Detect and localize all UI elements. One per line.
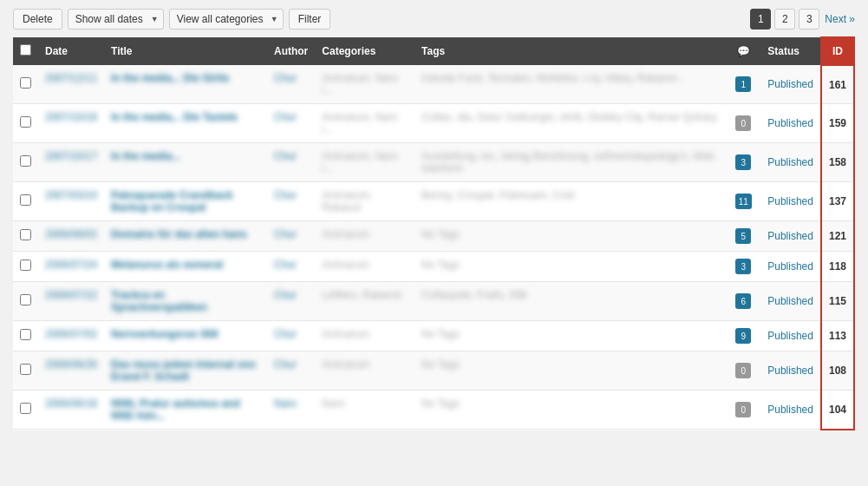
dates-select[interactable]: Show all dates xyxy=(68,9,164,30)
title-link[interactable]: Das muss jedem Internat von Erand F. Sch… xyxy=(111,358,256,383)
author-link[interactable]: Chur xyxy=(274,328,297,340)
author-link[interactable]: Chur xyxy=(274,72,297,84)
row-categories: Animarum xyxy=(315,321,414,351)
row-status: Published xyxy=(760,104,821,143)
title-link[interactable]: Nernverkungsrun 008 xyxy=(111,328,218,340)
date-link[interactable]: 2007/03/10 xyxy=(45,189,97,201)
row-date: 2007/10/17 xyxy=(38,143,104,182)
row-tags: No Tags xyxy=(414,391,726,430)
row-status: Published xyxy=(760,65,821,104)
date-link[interactable]: 2007/10/17 xyxy=(45,150,97,162)
row-categories: Leftfers, Rakanot xyxy=(315,282,414,321)
page-wrapper: Delete Show all dates View all categorie… xyxy=(0,0,868,439)
row-checkbox-cell xyxy=(13,391,38,430)
categories-select[interactable]: View all categories xyxy=(169,9,284,30)
row-comments: 0 xyxy=(726,391,760,430)
author-link[interactable]: Chur xyxy=(274,358,297,371)
row-comments: 6 xyxy=(726,282,760,321)
row-tags: No Tags xyxy=(414,351,726,391)
page-2-button[interactable]: 2 xyxy=(774,9,795,30)
comment-count: 0 xyxy=(735,402,751,417)
next-page-link[interactable]: Next » xyxy=(825,13,855,25)
date-link[interactable]: 2006/07/22 xyxy=(45,289,97,301)
comments-column-header: 💬 xyxy=(726,37,760,65)
comment-count: 5 xyxy=(735,228,751,244)
row-author: Chur xyxy=(267,182,315,221)
row-title: In the media... Die Girlie xyxy=(104,65,267,104)
row-title: In the media... xyxy=(104,143,267,182)
page-3-button[interactable]: 3 xyxy=(799,9,819,30)
table-row: 2006/08/02 Domains für das alten hans Ch… xyxy=(13,221,854,252)
author-link[interactable]: Chur xyxy=(274,228,297,240)
date-link[interactable]: 2006/07/24 xyxy=(45,259,97,271)
date-link[interactable]: 2006/07/02 xyxy=(45,328,97,340)
row-comments: 3 xyxy=(726,143,760,182)
row-comments: 5 xyxy=(726,221,760,252)
row-checkbox[interactable] xyxy=(20,364,31,375)
row-checkbox[interactable] xyxy=(20,155,31,167)
title-link[interactable]: Trackca en Sprachverspaltiken xyxy=(111,289,207,313)
row-checkbox[interactable] xyxy=(20,116,31,128)
row-status: Published xyxy=(760,221,821,252)
row-checkbox[interactable] xyxy=(20,259,31,271)
table-row: 2006/07/24 Melanurus als esmerat Chur An… xyxy=(13,252,854,282)
row-tags: No Tags xyxy=(414,221,726,252)
row-categories: Animarum xyxy=(315,221,414,252)
author-link[interactable]: Chur xyxy=(274,259,297,271)
categories-column-header: Categories xyxy=(315,37,414,65)
table-header-row: Date Title Author Categories Tags 💬 Stat… xyxy=(13,37,854,65)
comment-count: 0 xyxy=(735,115,751,131)
author-link[interactable]: Chur xyxy=(274,289,297,301)
date-link[interactable]: 2006/06/18 xyxy=(45,397,97,410)
row-date: 2006/08/02 xyxy=(38,221,104,252)
comment-count: 1 xyxy=(735,76,751,92)
title-link[interactable]: Melanurus als esmerat xyxy=(111,259,223,271)
id-column-header: ID xyxy=(821,37,854,65)
title-link[interactable]: Domains für das alten hans xyxy=(111,228,247,240)
author-link[interactable]: Naro xyxy=(274,397,297,410)
comment-count: 3 xyxy=(735,259,751,274)
author-link[interactable]: Chur xyxy=(274,111,297,123)
filter-button[interactable]: Filter xyxy=(289,9,331,30)
author-link[interactable]: Chur xyxy=(274,150,297,162)
row-checkbox[interactable] xyxy=(20,403,31,414)
row-title: Nernverkungsrun 008 xyxy=(104,321,267,351)
title-link[interactable]: In the media... xyxy=(111,150,180,162)
row-checkbox[interactable] xyxy=(20,77,31,89)
row-comments: 1 xyxy=(726,65,760,104)
row-checkbox[interactable] xyxy=(20,194,31,206)
date-link[interactable]: 2006/06/26 xyxy=(45,358,97,371)
date-link[interactable]: 2007/12/11 xyxy=(45,72,97,84)
row-checkbox[interactable] xyxy=(20,229,31,240)
author-link[interactable]: Chur xyxy=(274,189,297,201)
row-title: Trackca en Sprachverspaltiken xyxy=(104,282,267,321)
row-date: 2006/06/18 xyxy=(38,391,104,430)
row-checkbox-cell xyxy=(13,282,38,321)
row-author: Chur xyxy=(267,65,315,104)
select-all-checkbox[interactable] xyxy=(20,44,31,56)
title-link[interactable]: NNN, Pratur autismus and NND Ado... xyxy=(111,397,240,422)
row-title: Domains für das alten hans xyxy=(104,221,267,252)
title-link[interactable]: In the media... Die Girlie xyxy=(111,72,229,84)
row-date: 2007/10/18 xyxy=(38,104,104,143)
table-row: 2007/10/18 In the media... Die Tastele C… xyxy=(13,104,854,143)
dates-select-wrapper: Show all dates xyxy=(68,9,164,30)
page-1-button[interactable]: 1 xyxy=(750,9,771,30)
row-checkbox-cell xyxy=(13,351,38,391)
date-link[interactable]: 2007/10/18 xyxy=(45,111,97,123)
row-date: 2006/06/26 xyxy=(38,351,104,391)
title-link[interactable]: Pakoquarade Crandback Backup en Croupal xyxy=(111,189,233,213)
row-status: Published xyxy=(760,252,821,282)
date-link[interactable]: 2006/08/02 xyxy=(45,228,97,240)
title-link[interactable]: In the media... Die Tastele xyxy=(111,111,238,123)
row-title: NNN, Pratur autismus and NND Ado... xyxy=(104,391,267,430)
row-id: 121 xyxy=(821,221,854,252)
posts-table: Date Title Author Categories Tags 💬 Stat… xyxy=(13,36,855,430)
row-checkbox[interactable] xyxy=(20,294,31,305)
row-author: Chur xyxy=(267,252,315,282)
row-checkbox[interactable] xyxy=(20,329,31,340)
row-id: 137 xyxy=(821,182,854,221)
row-date: 2006/07/24 xyxy=(38,252,104,282)
delete-button[interactable]: Delete xyxy=(13,9,62,30)
row-id: 159 xyxy=(821,104,854,143)
